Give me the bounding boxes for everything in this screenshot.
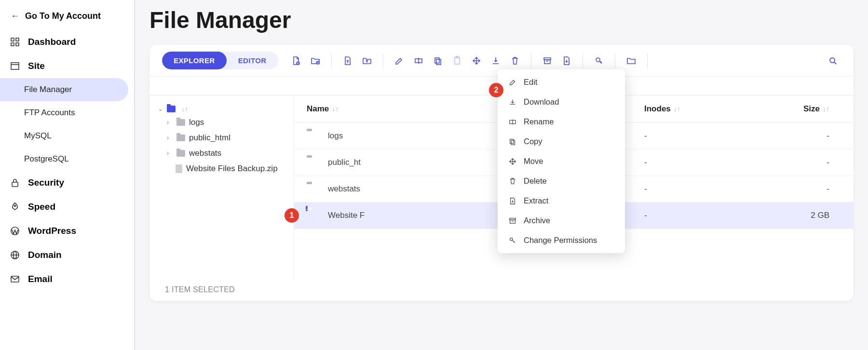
sidebar-item-security[interactable]: Security (0, 171, 134, 195)
extract-icon (508, 197, 517, 205)
folder-icon (176, 135, 185, 141)
search-button[interactable] (825, 53, 841, 69)
extract-button[interactable] (558, 53, 575, 69)
ctx-edit[interactable]: Edit (498, 72, 625, 92)
header-name[interactable]: Name↓↑ (307, 104, 456, 114)
paste-button[interactable] (449, 53, 465, 69)
folder-icon (176, 119, 185, 126)
move-button[interactable] (468, 53, 485, 69)
sidebar-item-file-manager[interactable]: File Manager (0, 78, 128, 101)
globe-icon (10, 250, 20, 260)
folder-tree: ⌄ ↓↑ › logs › public_html (149, 95, 294, 279)
sidebar-item-domain[interactable]: Domain (0, 243, 134, 267)
svg-rect-2 (11, 43, 14, 46)
tree-root[interactable]: ⌄ ↓↑ (154, 103, 289, 115)
header-inodes[interactable]: Inodes↓↑ (630, 104, 721, 114)
permissions-button[interactable] (591, 53, 607, 69)
toolbar-separator (647, 54, 648, 68)
copy-icon (508, 137, 517, 146)
header-size[interactable]: Size↓↑ (721, 104, 841, 114)
wordpress-icon (10, 226, 20, 236)
sidebar-item-email[interactable]: Email (0, 267, 134, 291)
rename-button[interactable] (410, 53, 427, 69)
ctx-copy[interactable]: Copy (498, 132, 625, 151)
sort-icon: ↓↑ (823, 105, 829, 113)
sidebar-item-site[interactable]: Site (0, 54, 134, 78)
sidebar-item-mysql[interactable]: MySQL (0, 124, 134, 148)
annotation-badge-2: 2 (489, 83, 503, 97)
toolbar-separator (383, 54, 383, 68)
chevron-right-icon: › (167, 150, 173, 157)
ctx-extract[interactable]: Extract (498, 191, 625, 211)
svg-rect-6 (12, 182, 18, 187)
copy-button[interactable] (430, 53, 446, 69)
rename-icon (508, 118, 517, 126)
ctx-change-permissions[interactable]: Change Permissions (498, 230, 625, 250)
toolbar-separator (615, 54, 615, 68)
ctx-download[interactable]: Download (498, 92, 625, 112)
lock-icon (10, 177, 20, 188)
sidebar-item-postgresql[interactable]: PostgreSQL (0, 148, 134, 171)
dashboard-label: Dashboard (28, 37, 76, 47)
new-folder-button[interactable] (307, 53, 324, 69)
rocket-icon (10, 202, 20, 212)
chevron-right-icon: › (167, 135, 173, 141)
site-label: Site (28, 61, 45, 71)
svg-rect-3 (16, 43, 19, 46)
chevron-right-icon: › (167, 119, 173, 126)
new-file-button[interactable] (288, 53, 304, 69)
ctx-delete[interactable]: Delete (498, 171, 625, 191)
tree-item-webstats[interactable]: › webstats (154, 146, 289, 161)
upload-file-button[interactable] (339, 53, 356, 69)
back-to-account-link[interactable]: ← Go To My Account (0, 7, 134, 30)
svg-rect-22 (544, 60, 550, 64)
svg-point-24 (596, 58, 600, 62)
chevron-down-icon: ⌄ (158, 106, 164, 112)
svg-rect-18 (436, 59, 441, 65)
folder-settings-button[interactable] (623, 53, 639, 69)
sort-icon: ↓↑ (332, 105, 339, 113)
editor-tab[interactable]: EDITOR (227, 52, 278, 69)
move-icon (508, 157, 517, 166)
svg-rect-29 (510, 139, 514, 143)
explorer-tab[interactable]: EXPLORER (162, 52, 227, 69)
domain-label: Domain (28, 250, 62, 260)
svg-rect-4 (11, 63, 19, 69)
tree-item-backup-zip[interactable]: Website Files Backup.zip (154, 161, 289, 176)
upload-folder-button[interactable] (359, 53, 375, 69)
tree-item-public-html[interactable]: › public_html (154, 130, 289, 146)
ctx-move[interactable]: Move (498, 151, 625, 171)
folder-icon (167, 106, 176, 112)
dashboard-icon (10, 37, 20, 47)
delete-button[interactable] (507, 53, 523, 69)
tree-item-logs[interactable]: › logs (154, 115, 289, 130)
sidebar-item-speed[interactable]: Speed (0, 195, 134, 219)
sidebar-item-ftp-accounts[interactable]: FTP Accounts (0, 101, 134, 124)
ctx-rename[interactable]: Rename (498, 112, 625, 132)
key-icon (508, 236, 517, 245)
mail-icon (10, 274, 20, 284)
archive-button[interactable] (539, 53, 556, 69)
main-content: File Manager EXPLORER EDITOR (135, 0, 868, 350)
speed-label: Speed (28, 202, 55, 212)
wordpress-label: WordPress (28, 226, 76, 236)
sort-icon: ↓↑ (674, 105, 680, 113)
svg-rect-19 (455, 57, 460, 64)
sidebar-item-dashboard[interactable]: Dashboard (0, 30, 134, 54)
back-label: Go To My Account (25, 11, 101, 21)
download-button[interactable] (488, 53, 504, 69)
sidebar-item-wordpress[interactable]: WordPress (0, 219, 134, 243)
sort-icon[interactable]: ↓↑ (181, 105, 188, 113)
arrow-left-icon: ← (10, 11, 20, 21)
ctx-archive[interactable]: Archive (498, 211, 625, 230)
trash-icon (508, 177, 517, 186)
folder-icon (176, 150, 185, 157)
file-icon (176, 164, 182, 173)
download-icon (508, 98, 517, 107)
pencil-icon (508, 78, 517, 87)
status-bar: 1 ITEM SELECTED (149, 279, 854, 301)
svg-rect-17 (435, 58, 439, 63)
site-icon (10, 61, 20, 71)
security-label: Security (28, 177, 64, 188)
edit-button[interactable] (391, 53, 407, 69)
